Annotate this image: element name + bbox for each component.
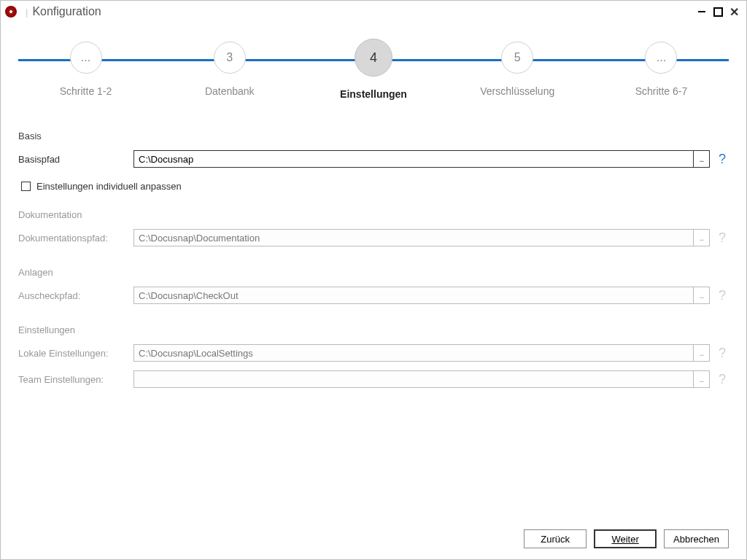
title-separator: | xyxy=(26,7,28,18)
step-label: Datenbank xyxy=(205,85,255,97)
individuell-checkbox-label: Einstellungen individuell anpassen xyxy=(36,181,182,192)
step-circle: 4 xyxy=(355,39,392,77)
lokale-einstellungen-browse-button: ... xyxy=(694,344,710,362)
team-einstellungen-label: Team Einstellungen: xyxy=(18,374,128,385)
step-label: Schritte 6-7 xyxy=(635,85,688,97)
help-icon: ? xyxy=(716,288,729,303)
dokumentationspfad-input xyxy=(133,229,694,246)
auscheckpfad-browse-button: ... xyxy=(694,287,710,304)
step-datenbank[interactable]: 3 Datenbank xyxy=(162,42,297,97)
team-einstellungen-input xyxy=(133,370,694,388)
help-icon: ? xyxy=(716,372,729,387)
lokale-einstellungen-label: Lokale Einstellungen: xyxy=(18,348,128,359)
step-label: Schritte 1-2 xyxy=(60,85,112,97)
step-circle: 3 xyxy=(214,42,246,74)
section-basis-heading: Basis xyxy=(18,131,729,141)
config-window: | Konfiguration ✕ ... Schritte 1-2 3 Dat… xyxy=(0,0,747,560)
step-label: Einstellungen xyxy=(340,88,407,100)
step-verschluesselung[interactable]: 5 Verschlüsselung xyxy=(450,42,585,97)
basispfad-input[interactable] xyxy=(133,150,694,168)
step-einstellungen[interactable]: 4 Einstellungen xyxy=(306,42,441,100)
minimize-button[interactable] xyxy=(694,4,710,20)
section-dokumentation-heading: Dokumentation xyxy=(18,209,729,220)
cancel-button[interactable]: Abbrechen xyxy=(664,529,729,548)
titlebar: | Konfiguration ✕ xyxy=(1,1,746,23)
step-circle: ... xyxy=(645,42,677,74)
step-circle: 5 xyxy=(501,42,533,74)
step-1-2[interactable]: ... Schritte 1-2 xyxy=(18,42,153,97)
step-label: Verschlüsselung xyxy=(480,85,554,97)
auscheckpfad-input xyxy=(133,287,694,304)
window-title: Konfiguration xyxy=(32,5,101,18)
help-icon[interactable]: ? xyxy=(716,152,729,167)
step-6-7[interactable]: ... Schritte 6-7 xyxy=(594,42,729,97)
basispfad-browse-button[interactable]: ... xyxy=(694,150,710,168)
team-einstellungen-browse-button: ... xyxy=(694,370,710,388)
maximize-button[interactable] xyxy=(710,4,726,20)
individuell-checkbox[interactable] xyxy=(21,182,31,191)
back-button[interactable]: Zurück xyxy=(524,529,587,548)
dokumentationspfad-label: Dokumentationspfad: xyxy=(18,233,128,244)
help-icon: ? xyxy=(716,346,729,361)
section-anlagen-heading: Anlagen xyxy=(18,267,729,278)
auscheckpfad-label: Auscheckpfad: xyxy=(18,290,128,301)
step-circle: ... xyxy=(70,42,102,74)
app-icon xyxy=(5,6,17,18)
next-button[interactable]: Weiter xyxy=(594,529,657,548)
help-icon: ? xyxy=(716,230,729,246)
footer: Zurück Weiter Abbrechen xyxy=(1,518,746,559)
lokale-einstellungen-input xyxy=(133,344,694,362)
wizard-steps: ... Schritte 1-2 3 Datenbank 4 Einstellu… xyxy=(18,42,729,114)
basispfad-label: Basispfad xyxy=(18,154,128,165)
section-einstellungen-heading: Einstellungen xyxy=(18,324,729,335)
content-area: ... Schritte 1-2 3 Datenbank 4 Einstellu… xyxy=(1,23,746,518)
dokumentationspfad-browse-button: ... xyxy=(694,229,710,246)
close-button[interactable]: ✕ xyxy=(726,4,742,20)
